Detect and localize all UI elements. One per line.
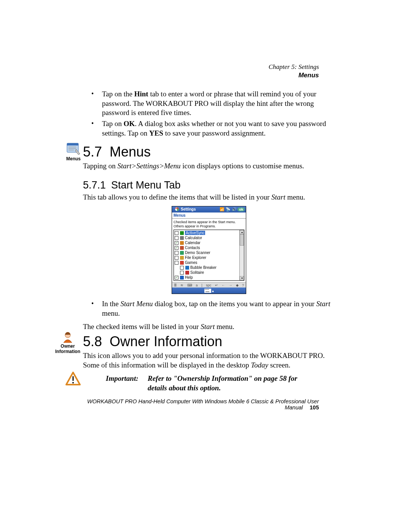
input-key[interactable]: → [228,283,233,287]
list-item[interactable]: Bubble Breaker [174,265,239,270]
input-key[interactable]: ≣ [173,283,178,287]
footer-arrow-icon[interactable]: ▴ [212,289,214,293]
list-item[interactable]: File Explorer [174,255,239,260]
section-5-7-1-outro: The checked items will be listed in your… [83,322,335,332]
menus-icon-label: Menus [60,156,87,161]
app-icon [185,271,190,275]
subsection-title: Start Menu Tab [111,179,181,191]
list-item: Tap on the Hint tab to enter a word or p… [83,89,335,118]
svg-rect-6 [180,231,184,235]
checkbox[interactable] [175,256,178,260]
important-note: Important:Refer to "Ownership Informatio… [83,374,335,393]
section-number: 5.7 [83,144,110,160]
input-key[interactable]: ← [221,283,226,287]
input-key[interactable]: ⌨ [186,283,193,287]
input-key[interactable]: ↵ [214,283,219,287]
svg-rect-17 [205,289,206,290]
owner-icon [62,331,73,343]
intro-bullet-list: Tap on the Hint tab to enter a word or p… [83,89,335,138]
subsection-5-7-1-intro: This tab allows you to define the items … [83,193,335,202]
item-label: Demo Scanner [185,251,210,255]
device-tab[interactable]: Menus [172,212,246,219]
checkbox[interactable] [175,261,178,265]
item-label: Solitaire [190,270,204,275]
page: Chapter 5: Settings Menus Tap on the Hin… [0,0,411,393]
item-label: Contacts [185,246,200,250]
ok-button[interactable]: ok [237,208,245,211]
page-footer: WORKABOUT PRO Hand-Held Computer With Wi… [83,398,319,411]
device-title: Settings [181,207,196,211]
section-heading-5-7: 5.7Menus [83,144,335,160]
list-item[interactable]: ✓Calendar [174,240,239,245]
app-icon [180,236,184,240]
section-title: Menus [110,144,151,160]
keyboard-icon[interactable] [204,289,211,293]
scroll-thumb[interactable] [240,234,244,246]
device-footer: ▴ [172,288,246,294]
checkbox[interactable] [180,266,184,270]
item-label: Games [185,260,197,265]
svg-rect-12 [180,261,184,265]
section-heading-5-8: 5.8Owner Information [83,334,335,350]
app-icon [185,266,190,270]
input-key[interactable]: a [195,283,199,287]
input-key[interactable]: spc [205,283,212,287]
list-item[interactable]: Calculator [174,235,239,240]
item-label: Help [185,275,193,280]
input-key[interactable]: ? [241,283,245,287]
volume-icon: 🔊 [232,207,236,211]
input-key[interactable]: | [201,283,203,287]
checkbox[interactable] [180,271,184,275]
list-item[interactable]: Games [174,260,239,265]
svg-rect-14 [185,271,189,275]
checkbox[interactable] [175,236,178,240]
checkbox[interactable]: ✓ [175,276,178,280]
menus-margin-icon: Menus [60,142,87,161]
checkbox[interactable] [175,251,178,255]
checkbox[interactable]: ✓ [175,241,178,245]
device-titlebar: Settings 📶 📡 🔊 ok [172,206,246,212]
note-text: Refer to "Ownership Information" on page… [148,374,311,393]
scroll-down-icon[interactable]: ▾ [240,276,244,280]
app-icon [180,231,184,235]
section-5-8-intro: This icon allows you to add your persona… [83,351,335,370]
device-list: ActiveSyncCalculator✓Calendar✓ContactsDe… [174,230,239,280]
app-icon [180,276,184,280]
svg-rect-10 [180,251,184,255]
footer-text: WORKABOUT PRO Hand-Held Computer With Wi… [87,398,319,411]
item-label: Bubble Breaker [190,265,217,270]
section-5-8: Owner Information 5.8Owner Information T… [83,334,335,393]
device-input-row: ≣≋⌨a|spc↵←→◆? [172,282,246,288]
svg-rect-20 [208,289,209,290]
svg-rect-7 [180,236,184,240]
checkbox[interactable]: ✓ [175,246,178,250]
list-item[interactable]: ✓Contacts [174,245,239,250]
item-label: Calculator [185,236,202,240]
content: Tap on the Hint tab to enter a word or p… [83,89,335,393]
device-scrollbar[interactable]: ▴ ▾ [239,230,244,280]
checkbox[interactable] [175,231,178,235]
scroll-up-icon[interactable]: ▴ [240,230,244,234]
item-label: Calendar [185,241,201,245]
list-item[interactable]: ActiveSync [174,230,239,235]
page-number: 105 [310,404,319,411]
item-label: File Explorer [185,256,206,260]
section-5-7-1-bullets: In the Start Menu dialog box, tap on the… [83,299,335,318]
list-item: In the Start Menu dialog box, tap on the… [83,299,335,318]
item-label: ActiveSync [185,231,205,235]
list-item[interactable]: Solitaire [174,270,239,275]
svg-rect-13 [185,266,189,270]
section-title: Owner Information [110,334,222,349]
list-item[interactable]: ✓Help [174,275,239,280]
device-screenshot: Settings 📶 📡 🔊 ok Menus Checked items ap… [172,206,246,294]
running-header: Chapter 5: Settings Menus [269,63,319,80]
input-key[interactable]: ◆ [235,283,239,287]
warning-icon [65,372,81,389]
list-item[interactable]: Demo Scanner [174,250,239,255]
menus-icon [66,142,81,155]
header-section: Menus [269,71,319,80]
input-key[interactable]: ≋ [180,283,184,287]
svg-rect-11 [180,256,184,260]
start-icon [175,207,179,212]
svg-rect-8 [180,241,184,245]
